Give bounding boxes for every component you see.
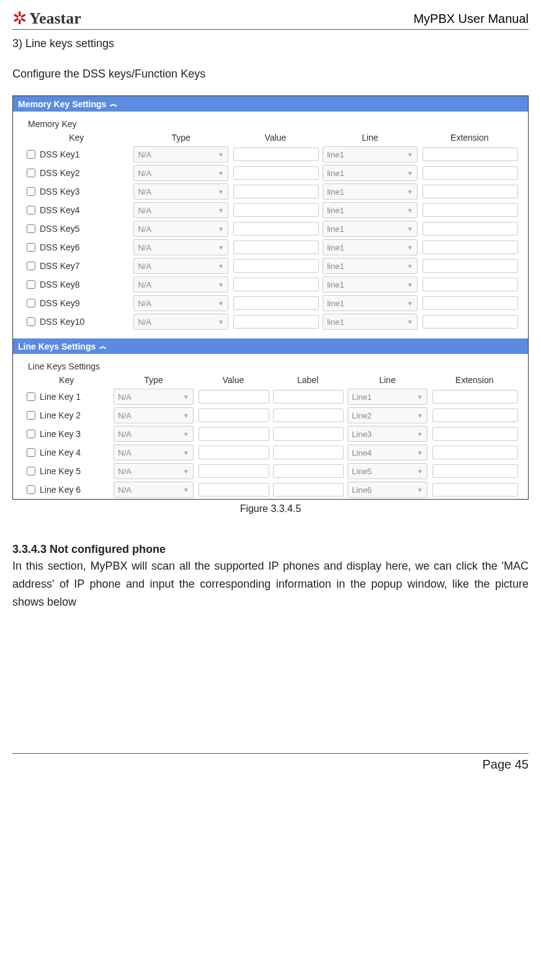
row-checkbox[interactable]: [27, 485, 35, 494]
table-row: DSS Key9N/A▼line1▼: [22, 294, 519, 312]
value-input[interactable]: [233, 166, 319, 180]
row-checkbox[interactable]: [27, 448, 35, 457]
extension-input[interactable]: [423, 222, 518, 236]
row-checkbox[interactable]: [27, 243, 35, 252]
line-select[interactable]: line1▼: [323, 258, 417, 274]
extension-input[interactable]: [423, 185, 518, 198]
type-select[interactable]: N/A▼: [133, 276, 228, 293]
line-select[interactable]: Line1▼: [347, 389, 427, 405]
line-select[interactable]: line1▼: [323, 221, 417, 237]
line-select[interactable]: Line3▼: [347, 426, 427, 442]
type-select[interactable]: N/A▼: [133, 183, 228, 200]
extension-input[interactable]: [432, 390, 518, 404]
line-select[interactable]: line1▼: [323, 295, 417, 311]
value-input[interactable]: [233, 185, 319, 198]
key-label: DSS Key7: [40, 261, 80, 271]
section-number: 3) Line keys settings: [12, 37, 529, 50]
value-input[interactable]: [199, 427, 269, 441]
row-checkbox[interactable]: [27, 299, 35, 307]
label-input[interactable]: [273, 446, 344, 459]
value-input[interactable]: [233, 241, 319, 254]
label-input[interactable]: [273, 427, 344, 441]
line-select[interactable]: line1▼: [323, 202, 417, 218]
type-select[interactable]: N/A▼: [133, 221, 228, 237]
key-label: DSS Key6: [40, 242, 80, 252]
line-select[interactable]: line1▼: [323, 276, 417, 293]
extension-input[interactable]: [423, 203, 518, 217]
row-checkbox[interactable]: [27, 187, 35, 196]
line-select[interactable]: Line4▼: [347, 444, 427, 461]
label-input[interactable]: [273, 464, 344, 478]
row-checkbox[interactable]: [27, 150, 35, 159]
type-select[interactable]: N/A▼: [133, 165, 228, 181]
label-input[interactable]: [273, 408, 344, 422]
extension-input[interactable]: [423, 148, 518, 161]
label-input[interactable]: [273, 483, 344, 497]
type-select[interactable]: N/A▼: [114, 389, 193, 405]
extension-input[interactable]: [432, 427, 518, 441]
extension-input[interactable]: [432, 446, 518, 459]
extension-input[interactable]: [423, 166, 518, 180]
label-input[interactable]: [273, 390, 344, 404]
chevron-down-icon: ▼: [407, 300, 413, 307]
table-row: DSS Key1N/A▼line1▼: [22, 145, 519, 164]
row-checkbox[interactable]: [27, 392, 35, 401]
row-checkbox[interactable]: [27, 169, 35, 177]
row-checkbox[interactable]: [27, 262, 35, 270]
value-input[interactable]: [233, 148, 319, 161]
line-select[interactable]: Line6▼: [347, 482, 427, 498]
extension-input[interactable]: [432, 408, 518, 422]
row-checkbox[interactable]: [27, 317, 35, 326]
type-select[interactable]: N/A▼: [133, 202, 228, 218]
extension-input[interactable]: [432, 483, 518, 497]
value-input[interactable]: [199, 483, 269, 497]
value-input[interactable]: [233, 203, 319, 217]
chevron-down-icon: ▼: [417, 412, 423, 419]
chevron-down-icon: ▼: [407, 244, 413, 251]
type-select[interactable]: N/A▼: [133, 295, 228, 311]
memory-panel-header[interactable]: Memory Key Settings ︽: [13, 96, 528, 112]
chevron-down-icon: ▼: [218, 151, 224, 158]
key-label: DSS Key5: [40, 224, 80, 234]
type-select[interactable]: N/A▼: [133, 239, 228, 255]
row-checkbox[interactable]: [27, 224, 35, 233]
row-checkbox[interactable]: [27, 280, 35, 289]
line-select[interactable]: line1▼: [323, 183, 417, 200]
type-select[interactable]: N/A▼: [114, 463, 193, 479]
value-input[interactable]: [199, 390, 269, 404]
value-input[interactable]: [233, 222, 319, 236]
value-input[interactable]: [199, 408, 269, 422]
type-select[interactable]: N/A▼: [114, 444, 193, 461]
line-key-table: Key Type Value Label Line Extension Line…: [22, 373, 519, 499]
row-checkbox[interactable]: [27, 430, 35, 438]
line-select[interactable]: line1▼: [323, 165, 417, 181]
type-select[interactable]: N/A▼: [133, 146, 228, 162]
row-checkbox[interactable]: [27, 467, 35, 475]
line-select[interactable]: line1▼: [323, 314, 417, 330]
row-checkbox[interactable]: [27, 206, 35, 214]
extension-input[interactable]: [423, 259, 518, 273]
value-input[interactable]: [233, 315, 319, 329]
type-select[interactable]: N/A▼: [114, 426, 193, 442]
line-select[interactable]: line1▼: [323, 146, 417, 162]
value-input[interactable]: [233, 296, 319, 310]
extension-input[interactable]: [432, 464, 518, 478]
extension-input[interactable]: [423, 315, 518, 329]
type-select[interactable]: N/A▼: [133, 258, 228, 274]
value-input[interactable]: [199, 446, 269, 459]
line-panel-header[interactable]: Line Keys Settings ︽: [13, 338, 528, 354]
extension-input[interactable]: [423, 241, 518, 254]
extension-input[interactable]: [423, 296, 518, 310]
value-input[interactable]: [233, 259, 319, 273]
line-select[interactable]: line1▼: [323, 239, 417, 255]
chevron-down-icon: ▼: [218, 281, 224, 288]
type-select[interactable]: N/A▼: [133, 314, 228, 330]
row-checkbox[interactable]: [27, 411, 35, 420]
extension-input[interactable]: [423, 278, 518, 291]
value-input[interactable]: [199, 464, 269, 478]
type-select[interactable]: N/A▼: [114, 407, 193, 423]
line-select[interactable]: Line2▼: [347, 407, 427, 423]
value-input[interactable]: [233, 278, 319, 291]
line-select[interactable]: Line5▼: [347, 463, 427, 479]
type-select[interactable]: N/A▼: [114, 482, 193, 498]
